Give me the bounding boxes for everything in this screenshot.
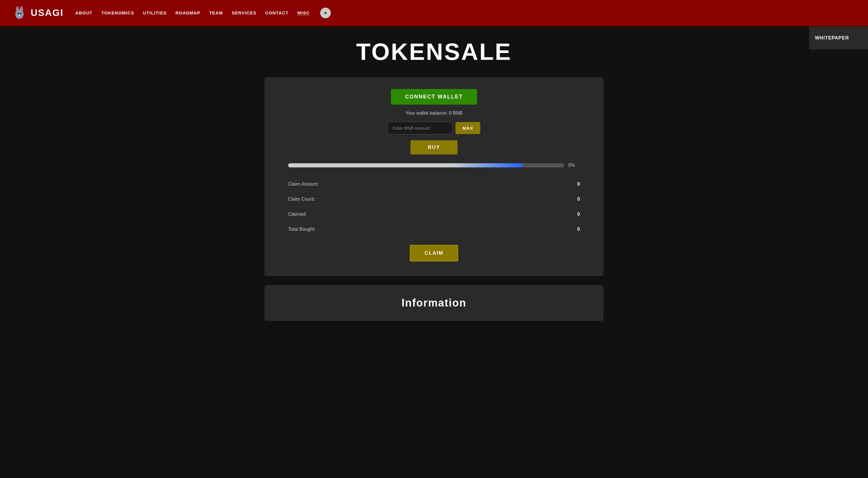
claim-amount-label: Claim Amount: [288,182,319,187]
bnb-input-row: MAX [282,122,586,134]
tokensale-card: CONNECT WALLET Your wallet balance: 0 BN… [265,77,603,276]
information-section: Information [265,285,603,321]
progress-row: 0% [282,163,586,168]
header: USAGI ABOUT TOKENOMICS UTILITIES ROADMAP… [0,0,868,27]
stats-section: Claim Amount: 0 Claim Count: 0 Claimed: … [282,177,586,237]
whitepaper-dropdown: WHITEPAPER [809,27,868,50]
total-bought-label: Total Bought: [288,227,315,232]
nav-contact[interactable]: CONTACT [266,10,289,15]
nav-roadmap[interactable]: ROADMAP [176,10,200,15]
claim-button[interactable]: CLAIM [410,245,458,261]
progress-bar-wrapper [288,163,564,167]
logo-area: USAGI [12,5,63,21]
claim-amount-value: 0 [577,182,580,187]
total-bought-value: 0 [577,227,580,232]
stat-row-claimed: Claimed: 0 [288,207,580,222]
logo-text: USAGI [31,7,63,18]
main-nav: ABOUT TOKENOMICS UTILITIES ROADMAP TEAM … [75,8,856,18]
information-title: Information [282,297,586,309]
claimed-value: 0 [577,212,580,217]
nav-team[interactable]: TEAM [209,10,223,15]
stat-row-claim-count: Claim Count: 0 [288,192,580,207]
svg-point-7 [18,14,21,16]
nav-services[interactable]: SERVICES [232,10,256,15]
page-title: TOKENSALE [0,38,868,65]
bnb-amount-input[interactable] [388,122,453,134]
svg-point-5 [18,13,19,14]
whitepaper-link[interactable]: WHITEPAPER [815,35,849,40]
logo-icon [12,5,27,21]
buy-button[interactable]: BUY [410,140,458,154]
claim-count-value: 0 [577,197,580,202]
stat-row-claim-amount: Claim Amount: 0 [288,177,580,192]
nav-misc[interactable]: MISC [298,10,310,15]
max-button[interactable]: MAX [456,122,480,134]
nav-tokenomics[interactable]: TOKENOMICS [101,10,134,15]
svg-point-3 [17,6,18,11]
nav-about[interactable]: ABOUT [75,10,92,15]
nav-utilities[interactable]: UTILITIES [143,10,166,15]
claimed-label: Claimed: [288,212,307,217]
connect-wallet-button[interactable]: CONNECT WALLET [391,89,477,105]
misc-dot-button[interactable] [320,8,331,18]
progress-bar-fill [288,163,523,167]
svg-point-4 [21,6,22,11]
page-title-section: TOKENSALE [0,27,868,71]
stat-row-total-bought: Total Bought: 0 [288,222,580,237]
claim-count-label: Claim Count: [288,197,315,202]
wallet-balance-text: Your wallet balance: 0 BNB [282,110,586,116]
progress-percent: 0% [568,163,580,168]
svg-point-6 [20,13,22,14]
